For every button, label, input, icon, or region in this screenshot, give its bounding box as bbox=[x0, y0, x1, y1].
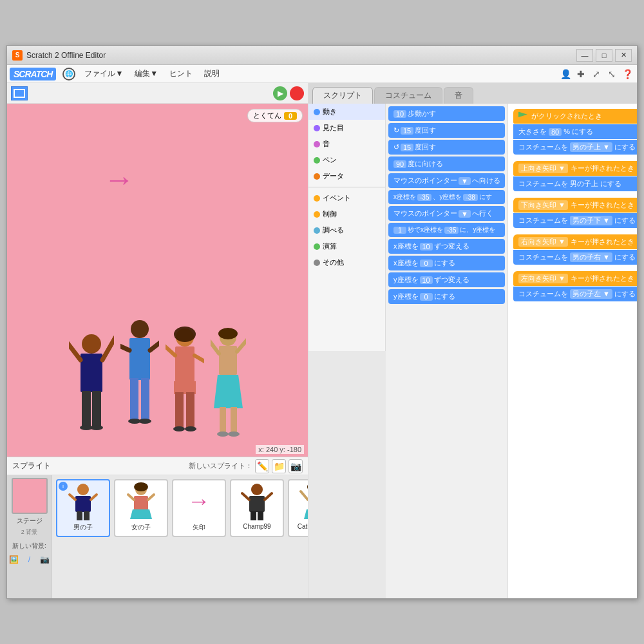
point-towards-dropdown[interactable]: ▼ bbox=[459, 177, 471, 185]
upload-bg-button[interactable]: / bbox=[23, 553, 36, 566]
cat-control[interactable]: 制御 bbox=[308, 206, 385, 222]
costume-down-dropdown[interactable]: 男の子下 ▼ bbox=[570, 216, 612, 225]
goto-dropdown[interactable]: ▼ bbox=[459, 210, 471, 218]
block-point-towards[interactable]: マウスのポインター ▼ へ向ける bbox=[388, 173, 505, 188]
sprite-item-arrow[interactable]: → 矢印 bbox=[172, 479, 226, 537]
stage-view-normal[interactable] bbox=[11, 86, 28, 100]
close-button[interactable]: ✕ bbox=[615, 49, 632, 62]
block-set-x[interactable]: x座標を 0 にする bbox=[388, 256, 505, 270]
block-set-y[interactable]: y座標を 0 にする bbox=[388, 289, 505, 304]
left-arrow-dropdown[interactable]: 左向き矢印 ▼ bbox=[518, 274, 568, 283]
cat-events[interactable]: イベント bbox=[308, 190, 385, 206]
costume-1-dropdown[interactable]: 男の子上 ▼ bbox=[570, 142, 612, 152]
turn-ccw-value[interactable]: 15 bbox=[401, 144, 413, 151]
sprite-item-champ[interactable]: Champ99 bbox=[230, 479, 284, 537]
costume-left-label: コスチュームを bbox=[518, 289, 568, 299]
stage-thumbnail[interactable] bbox=[12, 478, 48, 514]
cat-looks[interactable]: 見た目 bbox=[308, 120, 385, 136]
glide-x[interactable]: -35 bbox=[444, 227, 459, 234]
cat-pen[interactable]: ペン bbox=[308, 152, 385, 168]
change-y-val[interactable]: 10 bbox=[420, 276, 433, 284]
svg-line-13 bbox=[120, 344, 129, 350]
set-x-val[interactable]: 0 bbox=[420, 260, 433, 267]
globe-icon[interactable]: 🌐 bbox=[62, 68, 75, 80]
cat-motion[interactable]: 動き bbox=[308, 104, 385, 120]
svg-marker-58 bbox=[304, 509, 308, 519]
event-flag-clicked[interactable]: がクリックされたとき bbox=[513, 109, 637, 124]
action-set-size[interactable]: 大きさを 80 % にする bbox=[513, 124, 637, 139]
cat-label-sound: 音 bbox=[323, 139, 330, 149]
sprite-name-catherine: Catherine ... bbox=[289, 522, 308, 531]
sprite-item-catherine[interactable]: Catherine ... bbox=[288, 479, 308, 537]
code-main: 動き 見た目 音 ペン bbox=[308, 104, 637, 598]
block-turn-cw[interactable]: ↻ 15 度回す bbox=[388, 123, 505, 138]
paint-sprite-button[interactable]: ✏️ bbox=[255, 459, 269, 473]
right-arrow-dropdown[interactable]: 右向き矢印 ▼ bbox=[518, 237, 568, 247]
cat-more[interactable]: その他 bbox=[308, 254, 385, 270]
camera-sprite-button[interactable]: 📷 bbox=[289, 459, 303, 473]
expand-icon[interactable]: ⤢ bbox=[589, 67, 603, 81]
tab-script[interactable]: スクリプト bbox=[312, 87, 373, 104]
tab-costume[interactable]: コスチューム bbox=[374, 87, 442, 104]
event-right-arrow[interactable]: 右向き矢印 ▼ キーが押されたとき bbox=[513, 234, 637, 249]
point-dir-value[interactable]: 90 bbox=[393, 160, 406, 168]
person-icon[interactable]: 👤 bbox=[558, 67, 573, 81]
go-xy-y[interactable]: -38 bbox=[463, 194, 477, 201]
svg-rect-45 bbox=[134, 496, 148, 510]
dancer3 bbox=[166, 325, 204, 444]
down-arrow-dropdown[interactable]: 下向き矢印 ▼ bbox=[518, 200, 568, 210]
block-goto[interactable]: マウスのポインター ▼ へ行く bbox=[388, 206, 505, 221]
cat-sound[interactable]: 音 bbox=[308, 136, 385, 152]
block-walk[interactable]: 10 歩動かす bbox=[388, 106, 505, 121]
camera-bg-button[interactable]: 📷 bbox=[39, 553, 52, 566]
cat-label-operators: 演算 bbox=[323, 242, 337, 251]
action-set-costume-right[interactable]: コスチュームを 男の子右 ▼ にする bbox=[513, 250, 637, 265]
glide-sec[interactable]: 1 bbox=[393, 227, 406, 234]
go-xy-sep: 、y座標を bbox=[433, 193, 462, 202]
add-icon[interactable]: ✚ bbox=[574, 67, 588, 81]
up-arrow-dropdown[interactable]: 上向き矢印 ▼ bbox=[518, 164, 568, 173]
sprite-list-area: ステージ 2 背景 新しい背景: 🖼️ / 📷 bbox=[7, 475, 308, 598]
menu-about[interactable]: 説明 bbox=[199, 66, 225, 82]
set-y-val[interactable]: 0 bbox=[420, 293, 433, 301]
action-set-costume-up[interactable]: コスチュームを 男の子上 にする bbox=[513, 176, 637, 191]
help-icon[interactable]: ❓ bbox=[620, 67, 634, 81]
costume-left-dropdown[interactable]: 男の子左 ▼ bbox=[570, 289, 612, 299]
block-turn-ccw[interactable]: ↺ 15 度回す bbox=[388, 140, 505, 155]
tab-sound[interactable]: 音 bbox=[444, 87, 473, 104]
minimize-button[interactable]: — bbox=[576, 49, 593, 62]
cat-sensing[interactable]: 調べる bbox=[308, 222, 385, 238]
change-x-val[interactable]: 10 bbox=[420, 243, 433, 251]
event-left-arrow[interactable]: 左向き矢印 ▼ キーが押されたとき bbox=[513, 271, 637, 286]
set-size-val[interactable]: 80 bbox=[549, 128, 562, 136]
menu-edit[interactable]: 編集▼ bbox=[129, 66, 163, 82]
script-area[interactable]: ? x: -35 y: -38 bbox=[508, 104, 637, 598]
paint-bg-button[interactable]: 🖼️ bbox=[8, 553, 21, 566]
fullscreen-icon[interactable]: ⤡ bbox=[605, 67, 619, 81]
menu-file[interactable]: ファイル▼ bbox=[79, 66, 128, 82]
block-change-x[interactable]: x座標を 10 ずつ変える bbox=[388, 239, 505, 254]
block-change-y[interactable]: y座標を 10 ずつ変える bbox=[388, 272, 505, 287]
block-point-dir[interactable]: 90 度に向ける bbox=[388, 156, 505, 171]
block-go-xy[interactable]: x座標を -35 、y座標を -38 にす bbox=[388, 190, 505, 204]
cat-data[interactable]: データ bbox=[308, 168, 385, 184]
go-xy-x[interactable]: -35 bbox=[417, 194, 431, 201]
costume-right-dropdown[interactable]: 男の子右 ▼ bbox=[570, 252, 612, 262]
maximize-button[interactable]: □ bbox=[596, 49, 612, 62]
change-y-label: y座標を bbox=[393, 275, 419, 285]
sprite-item-girl[interactable]: 女の子 bbox=[114, 479, 168, 537]
event-down-arrow[interactable]: 下向き矢印 ▼ キーが押されたとき bbox=[513, 198, 637, 213]
upload-sprite-button[interactable]: 📁 bbox=[272, 459, 286, 473]
action-set-costume-1[interactable]: コスチュームを 男の子上 ▼ にする bbox=[513, 140, 637, 155]
block-glide-xy[interactable]: 1 秒でx座標を -35 に、y座標を bbox=[388, 223, 505, 237]
green-flag-button[interactable]: ▶ bbox=[273, 86, 287, 100]
menu-hints[interactable]: ヒント bbox=[164, 66, 198, 82]
event-up-arrow[interactable]: 上向き矢印 ▼ キーが押されたとき bbox=[513, 161, 637, 176]
action-set-costume-left[interactable]: コスチュームを 男の子左 ▼ にする bbox=[513, 287, 637, 301]
sprite-item-boy[interactable]: 男の子 bbox=[56, 479, 110, 537]
action-set-costume-down[interactable]: コスチュームを 男の子下 ▼ にする bbox=[513, 213, 637, 228]
cat-operators[interactable]: 演算 bbox=[308, 238, 385, 254]
turn-cw-value[interactable]: 15 bbox=[401, 127, 413, 135]
stop-button[interactable] bbox=[290, 86, 304, 100]
walk-value[interactable]: 10 bbox=[393, 110, 406, 118]
